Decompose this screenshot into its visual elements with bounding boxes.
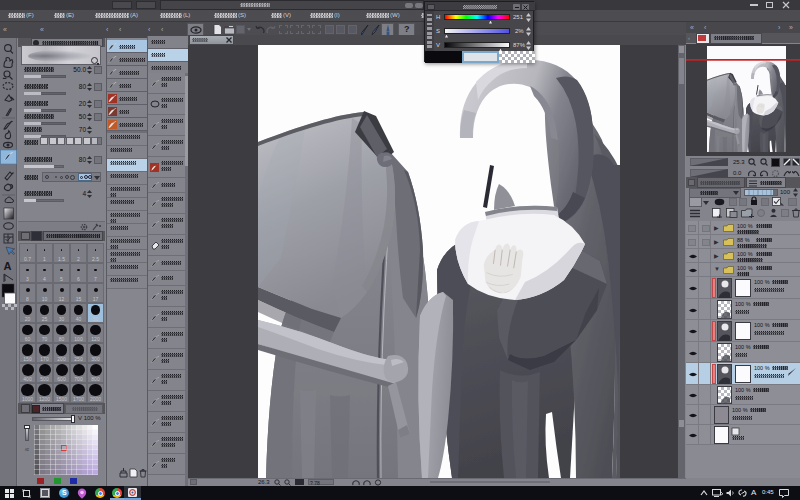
svg-text:A: A (4, 260, 12, 272)
